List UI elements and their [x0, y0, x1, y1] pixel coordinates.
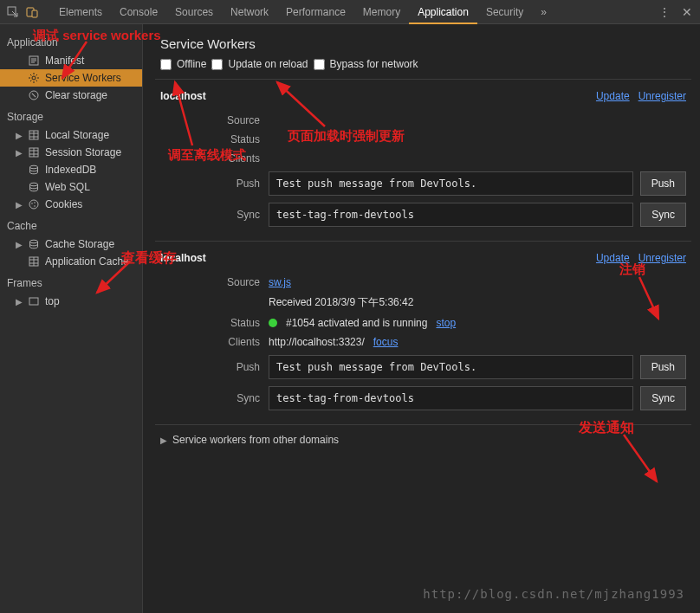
close-icon[interactable]: ✕ — [679, 4, 695, 20]
unregister-link[interactable]: Unregister — [638, 90, 686, 102]
sidebar-item-cookies[interactable]: ▶Cookies — [0, 196, 142, 213]
sidebar-item-web-sql[interactable]: Web SQL — [0, 178, 142, 196]
source-file-link[interactable]: sw.js — [269, 276, 291, 288]
expand-arrow-icon: ▶ — [16, 240, 23, 249]
svg-rect-16 — [29, 298, 38, 305]
status-text: #1054 activated and is running — [286, 317, 427, 329]
clear-icon — [28, 90, 40, 100]
svg-point-11 — [31, 203, 33, 204]
expand-arrow-icon: ▶ — [160, 436, 167, 445]
db-icon — [28, 239, 40, 249]
update-on-reload-checkbox[interactable]: Update on reload — [211, 58, 308, 70]
update-on-reload-label: Update on reload — [228, 58, 308, 70]
sidebar-item-label: Session Storage — [45, 146, 121, 158]
tab-performance[interactable]: Performance — [277, 0, 354, 24]
clients-label: Clients — [160, 152, 260, 165]
sidebar-item-label: Local Storage — [45, 129, 109, 141]
sidebar-item-manifest[interactable]: Manifest — [0, 52, 142, 69]
sync-label: Sync — [160, 209, 260, 221]
status-dot-icon — [269, 319, 277, 327]
sw-host: localhost — [160, 252, 206, 264]
update-link[interactable]: Update — [596, 90, 630, 102]
inspect-icon[interactable] — [5, 4, 21, 20]
sidebar-item-indexeddb[interactable]: IndexedDB — [0, 161, 142, 178]
received-text: Received 2018/3/9 下午5:36:42 — [269, 295, 413, 310]
sidebar-item-clear-storage[interactable]: Clear storage — [0, 87, 142, 104]
svg-point-8 — [30, 165, 38, 169]
devtools-tabs: ElementsConsoleSourcesNetworkPerformance… — [50, 0, 532, 24]
update-link[interactable]: Update — [596, 252, 630, 264]
bypass-label: Bypass for network — [330, 58, 418, 70]
db-icon — [28, 182, 40, 192]
sync-button[interactable]: Sync — [640, 203, 686, 227]
push-button[interactable]: Push — [640, 171, 686, 196]
tab-console[interactable]: Console — [111, 0, 166, 24]
cookie-icon — [28, 199, 40, 210]
sidebar: ApplicationManifestService WorkersClear … — [0, 24, 143, 613]
sidebar-item-label: Service Workers — [45, 72, 121, 84]
options-row: Offline Update on reload Bypass for netw… — [160, 58, 691, 70]
device-toggle-icon[interactable] — [24, 4, 40, 20]
sidebar-item-session-storage[interactable]: ▶Session Storage — [0, 144, 142, 161]
sidebar-item-label: Manifest — [45, 55, 84, 67]
svg-point-10 — [29, 200, 38, 209]
tab-application[interactable]: Application — [409, 0, 477, 24]
expand-arrow-icon: ▶ — [16, 148, 23, 158]
other-domains-label: Service workers from other domains — [172, 434, 339, 446]
tab-elements[interactable]: Elements — [50, 0, 111, 24]
content-pane: Service Workers Offline Update on reload… — [143, 24, 700, 613]
bypass-checkbox[interactable]: Bypass for network — [314, 58, 418, 70]
stop-link[interactable]: stop — [436, 317, 456, 329]
push-input[interactable] — [269, 171, 633, 196]
sync-input[interactable] — [269, 203, 633, 227]
status-label: Status — [160, 317, 260, 329]
focus-link[interactable]: focus — [373, 336, 399, 348]
sidebar-item-label: Cookies — [45, 198, 82, 210]
sidebar-item-label: IndexedDB — [45, 164, 96, 176]
sidebar-item-service-workers[interactable]: Service Workers — [0, 69, 142, 87]
grid-icon — [28, 130, 40, 140]
sync-label: Sync — [160, 392, 260, 404]
source-label: Source — [160, 276, 260, 288]
svg-point-4 — [32, 76, 36, 80]
sidebar-group-cache: Cache — [0, 213, 142, 236]
tab-memory[interactable]: Memory — [354, 0, 409, 24]
push-input[interactable] — [269, 355, 633, 379]
push-label: Push — [160, 177, 260, 190]
other-domains-row[interactable]: ▶ Service workers from other domains — [155, 424, 691, 455]
sidebar-item-label: top — [45, 295, 60, 307]
sidebar-item-top[interactable]: ▶top — [0, 293, 142, 310]
clients-label: Clients — [160, 336, 260, 348]
client-url: http://localhost:3323/ — [269, 336, 365, 348]
sw-section: localhost Update Unregister Source sw.js… — [155, 241, 691, 424]
tab-network[interactable]: Network — [222, 0, 277, 24]
push-button[interactable]: Push — [640, 355, 686, 379]
offline-checkbox[interactable]: Offline — [160, 58, 206, 70]
panel-title: Service Workers — [160, 36, 691, 51]
expand-arrow-icon: ▶ — [16, 297, 23, 306]
sw-host: localhost — [160, 90, 206, 102]
tab-sources[interactable]: Sources — [166, 0, 222, 24]
sidebar-group-storage: Storage — [0, 104, 142, 126]
unregister-link[interactable]: Unregister — [638, 252, 686, 264]
gear-icon — [28, 73, 40, 83]
tabs-overflow[interactable]: » — [535, 0, 552, 24]
push-label: Push — [160, 361, 260, 373]
sidebar-item-cache-storage[interactable]: ▶Cache Storage — [0, 236, 142, 253]
sidebar-group-application: Application — [0, 29, 142, 52]
tab-security[interactable]: Security — [477, 0, 532, 24]
sidebar-item-application-cache[interactable]: Application Cache — [0, 253, 142, 270]
grid-icon — [28, 256, 40, 267]
sync-input[interactable] — [269, 386, 633, 410]
frame-icon — [28, 296, 40, 306]
kebab-menu-icon[interactable]: ⋮ — [657, 4, 672, 20]
source-label: Source — [160, 114, 260, 126]
sidebar-item-label: Clear storage — [45, 89, 107, 101]
sync-button[interactable]: Sync — [640, 386, 686, 410]
sidebar-item-local-storage[interactable]: ▶Local Storage — [0, 126, 142, 144]
sw-section: localhost Update Unregister Source Statu… — [155, 79, 691, 241]
svg-rect-2 — [32, 10, 37, 17]
expand-arrow-icon: ▶ — [16, 131, 23, 140]
offline-label: Offline — [177, 58, 206, 70]
sidebar-item-label: Application Cache — [45, 255, 129, 268]
